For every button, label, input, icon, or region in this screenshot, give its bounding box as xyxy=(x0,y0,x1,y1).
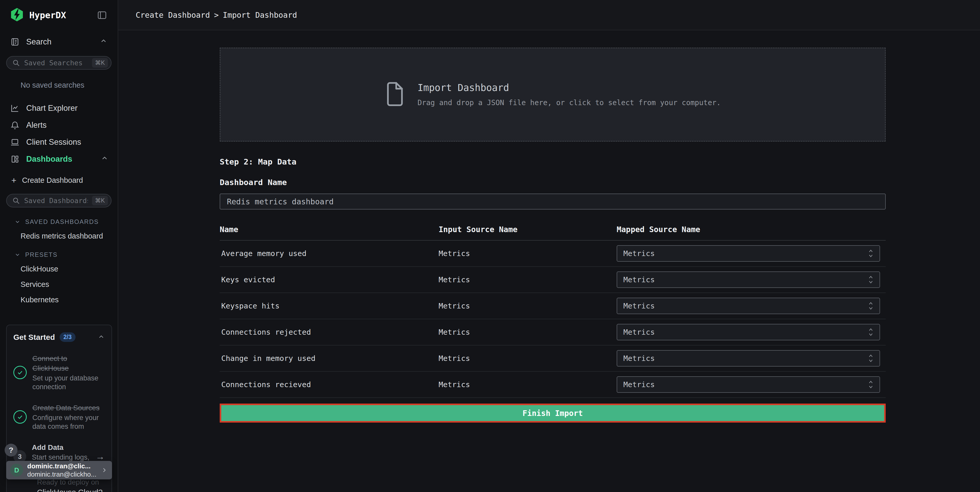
sidebar-item-dashboards[interactable]: Dashboards xyxy=(0,151,118,167)
row-name: Connections rejected xyxy=(220,328,439,336)
select-value: Metrics xyxy=(624,380,655,389)
search-journal-icon xyxy=(10,37,19,46)
saved-searches-searchbox[interactable]: ⌘K xyxy=(6,56,111,70)
nav-label: Client Sessions xyxy=(26,137,81,147)
select-value: Metrics xyxy=(624,354,655,363)
get-started-title: Get Started xyxy=(13,333,55,342)
sidebar-item-client-sessions[interactable]: Client Sessions xyxy=(0,134,118,151)
item-desc: Set up your database connection xyxy=(32,374,105,391)
user-email: dominic.tran@clickho... xyxy=(27,470,97,478)
mapped-source-select[interactable]: Metrics xyxy=(617,350,880,366)
no-saved-searches-text: No saved searches xyxy=(21,81,118,89)
sidebar-collapse-icon[interactable] xyxy=(96,9,108,21)
mapped-source-select[interactable]: Metrics xyxy=(617,298,880,314)
item-title: Connect to ClickHouse xyxy=(32,354,105,373)
search-icon xyxy=(12,59,20,67)
table-row: Average memory used Metrics Metrics xyxy=(220,240,886,267)
saved-dashboards-input[interactable] xyxy=(24,197,88,205)
row-name: Keys evicted xyxy=(220,275,439,284)
breadcrumb-create-dashboard[interactable]: Create Dashboard xyxy=(136,11,210,19)
column-header-input-source: Input Source Name xyxy=(439,225,617,234)
avatar: D xyxy=(10,464,23,476)
json-dropzone[interactable]: Import Dashboard Drag and drop a JSON fi… xyxy=(220,48,886,142)
chevron-up-icon xyxy=(101,154,108,164)
nav-label: Chart Explorer xyxy=(26,103,78,113)
user-info: dominic.tran@clic... dominic.tran@clickh… xyxy=(27,462,97,478)
get-started-item-sources[interactable]: Create Data Sources Configure where your… xyxy=(13,403,105,431)
deploy-teaser-line2: ClickHouse Cloud? xyxy=(37,488,102,492)
chevron-up-icon xyxy=(100,37,107,47)
import-content: Import Dashboard Drag and drop a JSON fi… xyxy=(220,30,886,423)
presets-section-toggle[interactable]: PRESETS xyxy=(14,251,118,258)
select-value: Metrics xyxy=(624,301,655,310)
select-value: Metrics xyxy=(624,249,655,258)
table-row: Connections rejected Metrics Metrics xyxy=(220,319,886,346)
check-circle-icon xyxy=(13,366,27,379)
select-value: Metrics xyxy=(624,328,655,336)
get-started-item-text: Connect to ClickHouse Set up your databa… xyxy=(32,354,105,391)
table-row: Keyspace hits Metrics Metrics xyxy=(220,293,886,319)
sidebar-item-alerts[interactable]: Alerts xyxy=(0,117,118,134)
select-chevrons-icon xyxy=(867,301,874,311)
main-area: Create Dashboard > Import Dashboard Impo… xyxy=(118,0,980,492)
sidebar-section-search[interactable]: Search xyxy=(0,34,118,50)
dashboard-name-input[interactable] xyxy=(220,194,886,210)
dashboards-icon xyxy=(10,154,19,164)
row-input-source: Metrics xyxy=(439,249,617,258)
chevron-right-icon xyxy=(101,467,108,474)
item-title: Add Data xyxy=(32,443,90,452)
preset-item-kubernetes[interactable]: Kubernetes xyxy=(0,295,118,304)
item-title: Create Data Sources xyxy=(32,403,105,413)
saved-searches-input[interactable] xyxy=(24,59,88,67)
create-dashboard-button[interactable]: + Create Dashboard xyxy=(0,173,118,188)
help-button[interactable]: ? xyxy=(5,444,18,457)
get-started-header[interactable]: Get Started 2/3 xyxy=(13,332,105,342)
app-title: HyperDX xyxy=(29,10,66,20)
preset-item-services[interactable]: Services xyxy=(0,280,118,289)
row-input-source: Metrics xyxy=(439,354,617,363)
nav-label: Dashboards xyxy=(26,154,72,164)
file-icon xyxy=(385,81,405,108)
row-input-source: Metrics xyxy=(439,328,617,336)
arrow-right-icon: → xyxy=(95,451,105,462)
saved-dashboards-searchbox[interactable]: ⌘K xyxy=(6,194,111,207)
row-input-source: Metrics xyxy=(439,380,617,389)
row-input-source: Metrics xyxy=(439,301,617,310)
mapped-source-select[interactable]: Metrics xyxy=(617,376,880,393)
preset-item-clickhouse[interactable]: ClickHouse xyxy=(0,264,118,273)
dropzone-title: Import Dashboard xyxy=(418,82,721,93)
select-chevrons-icon xyxy=(867,274,874,285)
sidebar-item-chart-explorer[interactable]: Chart Explorer xyxy=(0,100,118,117)
breadcrumb-separator: > xyxy=(214,11,219,19)
mapped-source-select[interactable]: Metrics xyxy=(617,324,880,340)
mapped-source-select[interactable]: Metrics xyxy=(617,245,880,262)
breadcrumb-import-dashboard[interactable]: Import Dashboard xyxy=(223,11,297,19)
mapped-source-select[interactable]: Metrics xyxy=(617,271,880,288)
breadcrumb: Create Dashboard > Import Dashboard xyxy=(136,11,297,19)
step-label: Step 2: Map Data xyxy=(220,157,886,166)
shortcut-badge: ⌘K xyxy=(92,196,108,205)
chevron-down-icon xyxy=(14,252,21,258)
shortcut-badge: ⌘K xyxy=(92,58,108,68)
select-chevrons-icon xyxy=(867,327,874,337)
table-row: Keys evicted Metrics Metrics xyxy=(220,267,886,293)
table-row: Connections recieved Metrics Metrics xyxy=(220,372,886,398)
app-logo[interactable]: HyperDX xyxy=(10,8,66,23)
chevron-up-icon xyxy=(98,333,105,341)
select-chevrons-icon xyxy=(867,248,874,259)
item-desc: Configure where your data comes from xyxy=(32,413,105,431)
saved-dashboards-header-label: SAVED DASHBOARDS xyxy=(25,218,99,225)
check-circle-icon xyxy=(13,410,27,424)
laptop-icon xyxy=(10,137,19,147)
column-header-mapped-source: Mapped Source Name xyxy=(617,225,886,234)
row-name: Keyspace hits xyxy=(220,301,439,310)
get-started-item-connect[interactable]: Connect to ClickHouse Set up your databa… xyxy=(13,354,105,391)
saved-dashboards-section-toggle[interactable]: SAVED DASHBOARDS xyxy=(14,218,118,225)
saved-dashboard-item[interactable]: Redis metrics dashboard xyxy=(0,232,118,240)
finish-import-button[interactable]: Finish Import xyxy=(220,404,886,423)
hyperdx-logo-icon xyxy=(10,8,24,23)
user-menu[interactable]: D dominic.tran@clic... dominic.tran@clic… xyxy=(6,461,112,479)
sidebar-nav: Chart Explorer Alerts Client Sessions Da… xyxy=(0,100,118,167)
row-name: Change in memory used xyxy=(220,354,439,363)
select-value: Metrics xyxy=(624,275,655,284)
